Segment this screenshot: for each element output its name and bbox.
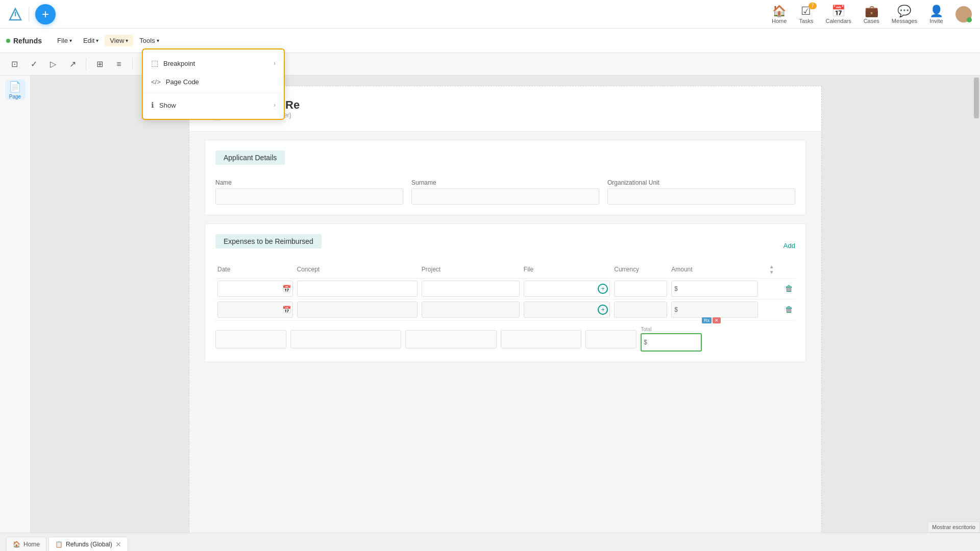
- surname-input[interactable]: [411, 188, 599, 205]
- currency-input-2[interactable]: [614, 302, 667, 318]
- grid-tool-button[interactable]: ⊞: [91, 56, 108, 72]
- expense-table-header: Date Concept Project File Currency Amoun…: [215, 261, 795, 279]
- dropdown-divider: [143, 93, 284, 93]
- expenses-section: Expenses to be Reimbursed Add Date Conce…: [205, 223, 806, 362]
- breakpoint-item-left: ⬚ Breakpoint: [151, 59, 195, 68]
- page-icon: 📄: [9, 81, 21, 93]
- view-chevron: ▾: [126, 38, 128, 43]
- app-logo: [8, 7, 22, 21]
- calendars-icon: 📅: [831, 5, 845, 18]
- nav-messages[interactable]: 💬 Messages: [892, 5, 917, 24]
- delete-row-1-button[interactable]: 🗑: [785, 284, 793, 293]
- nav-tasks[interactable]: ☑ Tasks 7: [799, 5, 813, 24]
- concept-input-1[interactable]: [297, 281, 418, 297]
- sidebar-item-page[interactable]: 📄 Page: [5, 80, 26, 100]
- col-concept: Concept: [295, 261, 420, 279]
- dollar-sign-1: $: [674, 285, 678, 292]
- nav-cases[interactable]: 💼 Cases: [864, 5, 879, 24]
- tasks-badge: 7: [808, 3, 817, 9]
- canvas-area[interactable]: $ Refunds Re {descriptionHeader} Applica…: [31, 76, 980, 533]
- project-input-1[interactable]: [422, 281, 520, 297]
- date-input-2[interactable]: [217, 302, 293, 318]
- check-tool-button[interactable]: ✓: [26, 56, 42, 72]
- total-cell-1: [215, 330, 286, 348]
- mostrar-escritorio-button[interactable]: Mostrar escritorio: [927, 521, 980, 533]
- expense-table: Date Concept Project File Currency Amoun…: [215, 261, 795, 320]
- add-button[interactable]: +: [35, 4, 56, 24]
- concept-input-2[interactable]: [297, 302, 418, 318]
- cases-icon: 💼: [865, 5, 878, 18]
- surname-field: Surname: [411, 179, 599, 205]
- tab-home[interactable]: 🏠 Home: [6, 537, 46, 551]
- main-layout: 📄 Page $ Refunds Re {descriptionHeader}: [0, 76, 980, 533]
- show-item-left: ℹ Show: [151, 101, 176, 110]
- bottom-tab-bar: 🏠 Home 📋 Refunds (Global) ✕: [0, 533, 980, 551]
- nav-calendars[interactable]: 📅 Calendars: [826, 5, 851, 24]
- rx-badge-container: Rx ✕: [702, 317, 721, 323]
- total-section: Rx ✕ Total $: [215, 327, 795, 352]
- date-cell-1: 📅: [217, 281, 293, 297]
- org-unit-field: Organizational Unit: [607, 179, 795, 205]
- play-tool-button[interactable]: ▷: [45, 56, 61, 72]
- total-cell-4: [501, 330, 582, 348]
- applicant-fields-row: Name Surname Organizational Unit: [215, 179, 795, 205]
- nav-home[interactable]: 🏠 Home: [772, 5, 787, 24]
- amount-input-2[interactable]: [671, 302, 758, 318]
- surname-label: Surname: [411, 179, 599, 186]
- file-input-2[interactable]: [524, 302, 610, 318]
- home-icon: 🏠: [772, 5, 786, 18]
- total-amount-input[interactable]: [641, 333, 702, 352]
- add-file-icon-1[interactable]: +: [598, 284, 608, 294]
- status-dot: [6, 39, 10, 43]
- amount-cell-2: $: [671, 302, 758, 318]
- breakpoint-icon: ⬚: [151, 59, 158, 68]
- breakpoint-menu-item[interactable]: ⬚ Breakpoint ›: [143, 54, 284, 73]
- view-dropdown-menu: ⬚ Breakpoint › </> Page Code ℹ Show ›: [142, 48, 285, 120]
- toolbar-separator-1: [86, 58, 86, 70]
- applicant-details-section: Applicant Details Name Surname Organizat…: [205, 140, 806, 215]
- layers-tool-button[interactable]: ≡: [111, 56, 127, 72]
- menu-view[interactable]: View ▾: [105, 35, 133, 46]
- add-file-icon-2[interactable]: +: [598, 305, 608, 315]
- project-input-2[interactable]: [422, 302, 520, 318]
- col-project: Project: [420, 261, 522, 279]
- date-cell-2: 📅: [217, 302, 293, 318]
- add-expense-button[interactable]: Add: [783, 242, 795, 249]
- right-scrollbar[interactable]: [973, 76, 980, 533]
- col-date: Date: [215, 261, 295, 279]
- nav-invite[interactable]: 👤 Invite: [929, 5, 943, 24]
- page-code-icon: </>: [151, 78, 161, 86]
- amount-input-1[interactable]: [671, 281, 758, 297]
- export-tool-button[interactable]: ↗: [64, 56, 81, 72]
- table-row: 📅 +: [215, 279, 795, 299]
- save-tool-button[interactable]: ⊡: [6, 56, 22, 72]
- top-navigation: + 🏠 Home ☑ Tasks 7 📅 Calendars 💼 Cases 💬…: [0, 0, 980, 29]
- dollar-sign-2: $: [674, 306, 678, 313]
- file-chevron: ▾: [69, 38, 72, 43]
- menu-file[interactable]: File ▾: [52, 35, 77, 46]
- delete-row-2-button[interactable]: 🗑: [785, 305, 793, 314]
- tools-chevron: ▾: [157, 38, 159, 43]
- currency-input-1[interactable]: [614, 281, 667, 297]
- menu-edit[interactable]: Edit ▾: [78, 35, 104, 46]
- page-code-menu-item[interactable]: </> Page Code: [143, 73, 284, 91]
- menu-tools[interactable]: Tools ▾: [134, 35, 164, 46]
- show-menu-item[interactable]: ℹ Show ›: [143, 95, 284, 115]
- file-cell-1: +: [524, 281, 610, 297]
- online-indicator: [967, 17, 972, 22]
- expenses-header-row: Expenses to be Reimbursed Add: [215, 234, 795, 257]
- tab-refunds[interactable]: 📋 Refunds (Global) ✕: [48, 537, 128, 551]
- col-file: File: [522, 261, 612, 279]
- edit-chevron: ▾: [96, 38, 99, 43]
- total-cell-3: [405, 330, 496, 348]
- total-dollar-sign: $: [644, 339, 647, 346]
- name-input[interactable]: [215, 188, 403, 205]
- org-unit-input[interactable]: [607, 188, 795, 205]
- date-input-1[interactable]: [217, 281, 293, 297]
- col-currency: Currency: [612, 261, 669, 279]
- calendar-icon-2: 📅: [282, 306, 291, 314]
- refunds-tab-close[interactable]: ✕: [115, 540, 121, 548]
- file-input-1[interactable]: [524, 281, 610, 297]
- total-label: Total: [641, 327, 721, 332]
- user-avatar[interactable]: [955, 6, 972, 22]
